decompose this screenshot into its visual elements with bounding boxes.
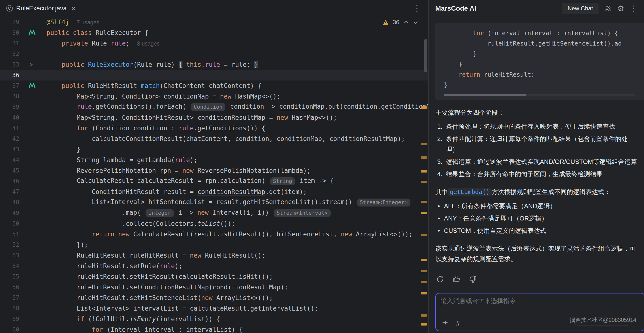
code-token: ;: [126, 40, 137, 47]
code-line[interactable]: 36: [0, 70, 428, 80]
context-hash-icon[interactable]: #: [456, 320, 460, 327]
stripe-mark[interactable]: [421, 170, 427, 172]
code-text: ReversePolishNotation rpn = new ReverseP…: [46, 167, 428, 174]
previous-problem-icon[interactable]: [403, 20, 409, 25]
bullet-dot: •: [435, 213, 444, 224]
thumbs-down-icon[interactable]: [468, 274, 478, 284]
code-line[interactable]: 48 List<Interval> hitSentenceList = resu…: [0, 197, 428, 208]
code-token: ArrayList<>());: [216, 294, 273, 302]
code-token: [46, 230, 92, 238]
code-line[interactable]: 56 ruleHitResult.setConditionResultMap(c…: [0, 282, 428, 292]
line-number: 42: [0, 136, 19, 142]
code-token: for: [77, 124, 92, 132]
code-text: return new CalculateResult(result.isHitR…: [46, 230, 428, 238]
code-line[interactable]: 45 ReversePolishNotation rpn = new Rever…: [0, 165, 428, 176]
code-line[interactable]: 46 CalculateResult calculateResult = rpn…: [0, 176, 428, 186]
editor-scrollbar[interactable]: [424, 39, 427, 72]
step-text: 条件匹配计算：递归计算每个条件的匹配结果（包含前置条件的处理）: [446, 134, 639, 155]
problems-widget[interactable]: 36: [382, 19, 419, 26]
code-line[interactable]: 49 .map( Integer i -> new Interval(i, i)…: [0, 208, 428, 218]
stripe-mark[interactable]: [421, 234, 427, 236]
code-token: if: [77, 316, 88, 323]
code-token: new: [118, 230, 133, 238]
chat-message-area[interactable]: for (Interval interval : intervalList) {…: [428, 17, 644, 333]
code-line[interactable]: 47 ConditionHitResult result = condition…: [0, 186, 428, 197]
code-text: public RuleHitResult match(ChatContent c…: [46, 82, 428, 90]
thumbs-up-icon[interactable]: [452, 274, 461, 284]
code-line[interactable]: 58 List<Interval> intervalList = calcula…: [0, 303, 428, 314]
editor-more-options-icon[interactable]: ⋮: [413, 3, 421, 13]
code-line[interactable]: 31 private Rule rule; 8 usages: [0, 38, 428, 49]
code-line[interactable]: 42 calculateConditionResult(chatContent,…: [0, 134, 428, 144]
stripe-mark[interactable]: [421, 323, 427, 326]
code-line[interactable]: 43 }: [0, 144, 428, 155]
code-text: RuleHitResult ruleHitResult = new RuleHi…: [46, 252, 428, 259]
chat-input[interactable]: [440, 297, 640, 314]
chat-code-lines: for (Interval interval : intervalList) {…: [444, 28, 644, 90]
code-editor[interactable]: 36 29@Slf4j 7 usages30public class RuleE…: [0, 17, 428, 333]
code-block-hscrollbar[interactable]: [444, 94, 635, 96]
stripe-mark[interactable]: [421, 212, 427, 214]
new-chat-button[interactable]: New Chat: [562, 3, 598, 14]
code-text: List<Interval> hitSentenceList = result.…: [46, 198, 428, 206]
code-line[interactable]: 38 Map<String, Condition> conditionMap =…: [0, 91, 428, 102]
code-token: new: [182, 167, 198, 174]
code-text: ruleHitResult.setConditionResultMap(cond…: [46, 284, 428, 291]
code-token: RuleHitResult: [88, 82, 141, 90]
chat-code-line: for (Interval interval : intervalList) {: [444, 28, 644, 38]
stripe-mark[interactable]: [421, 143, 427, 145]
code-token: new: [220, 93, 235, 100]
code-token: (Interval interval : intervalList) {: [107, 326, 243, 333]
code-token: rule: [175, 156, 190, 164]
code-line[interactable]: 39 rule.getConditions().forEach( Conditi…: [0, 102, 428, 112]
commands-icon[interactable]: [442, 319, 449, 327]
code-line[interactable]: 29@Slf4j 7 usages: [0, 17, 428, 28]
code-line[interactable]: 52 });: [0, 240, 428, 250]
code-text: }: [46, 146, 428, 153]
panel-more-options-icon[interactable]: ⋮: [630, 4, 638, 12]
stripe-mark[interactable]: [421, 270, 427, 272]
code-token: for: [473, 30, 487, 37]
stripe-mark[interactable]: [421, 314, 427, 316]
logic-bullets-list: •ALL：所有条件都需要满足（AND逻辑）•ANY：任意条件满足即可（OR逻辑）…: [435, 201, 639, 236]
code-token: rule: [205, 61, 220, 68]
gear-icon[interactable]: ⚙: [617, 4, 624, 12]
code-token: Rule: [92, 40, 111, 47]
code-line[interactable]: 54 ruleHitResult.setRule(rule);: [0, 261, 428, 271]
stripe-mark[interactable]: [421, 281, 427, 283]
code-line[interactable]: 30public class RuleExecutor {: [0, 28, 428, 38]
code-line[interactable]: 32: [0, 49, 428, 59]
fold-arrow-icon[interactable]: [28, 62, 34, 67]
code-line[interactable]: 33 public RuleExecutor(Rule rule) { this…: [0, 59, 428, 70]
code-token: ConditionHitResult result =: [46, 188, 198, 196]
code-token: .get(item);: [265, 188, 307, 196]
code-line[interactable]: 57 ruleHitResult.setHitSentenceList(new …: [0, 292, 428, 303]
next-problem-icon[interactable]: [413, 20, 419, 25]
code-line[interactable]: 51 return new CalculateResult(result.isH…: [0, 229, 428, 240]
stripe-mark[interactable]: [421, 259, 427, 261]
users-icon[interactable]: [604, 5, 612, 12]
code-line[interactable]: 40 Map<String, ConditionHitResult> condi…: [0, 112, 428, 123]
code-line[interactable]: 60 for (Interval interval : intervalList…: [0, 324, 428, 333]
close-icon[interactable]: ×: [72, 4, 76, 12]
regenerate-icon[interactable]: [435, 274, 445, 284]
code-text: if (!CollUtil.isEmpty(intervalList)) {: [46, 316, 428, 323]
stripe-mark[interactable]: [421, 181, 427, 183]
scrollbar-thumb[interactable]: [444, 94, 526, 96]
code-token: ruleHitResult.setHitResult(calculateResu…: [46, 273, 273, 280]
code-line[interactable]: 44 String lambda = getLambda(rule);: [0, 155, 428, 165]
code-token: rule: [111, 40, 126, 47]
code-line[interactable]: 41 for (Condition condition : rule.getCo…: [0, 123, 428, 134]
stripe-mark[interactable]: [421, 201, 427, 203]
code-line[interactable]: 53 RuleHitResult ruleHitResult = new Rul…: [0, 250, 428, 261]
stripe-mark[interactable]: [421, 292, 427, 294]
code-token: match: [141, 82, 160, 90]
stripe-mark[interactable]: [421, 106, 427, 109]
warning-count: 36: [392, 19, 399, 26]
code-line[interactable]: 50 .collect(Collectors.toList());: [0, 218, 428, 229]
stripe-mark[interactable]: [421, 156, 427, 159]
code-line[interactable]: 37 public RuleHitResult match(ChatConten…: [0, 80, 428, 91]
tab-ruleexecutor[interactable]: C RuleExecutor.java ×: [0, 0, 82, 17]
code-line[interactable]: 55 ruleHitResult.setHitResult(calculateR…: [0, 271, 428, 282]
code-line[interactable]: 59 if (!CollUtil.isEmpty(intervalList)) …: [0, 314, 428, 324]
